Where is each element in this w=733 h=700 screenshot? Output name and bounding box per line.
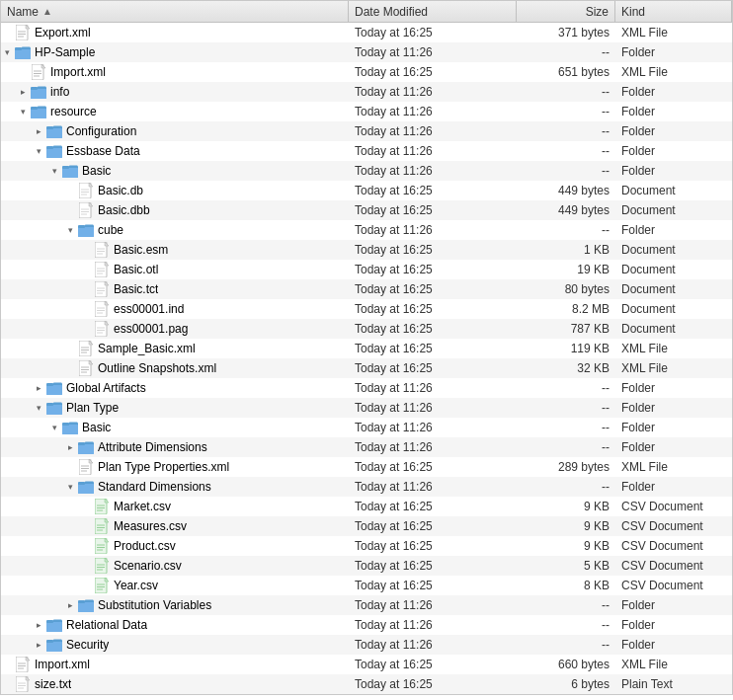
list-item[interactable]: Basic.esmToday at 16:251 KBDocument <box>1 240 732 260</box>
file-date-cell: Today at 11:26 <box>349 598 517 612</box>
list-item[interactable]: Basic.tctToday at 16:2580 bytesDocument <box>1 279 732 299</box>
folder-icon <box>46 637 62 653</box>
svg-rect-27 <box>46 126 53 129</box>
svg-rect-97 <box>62 425 78 434</box>
expand-toggle[interactable]: ▸ <box>64 441 76 453</box>
file-kind-cell: Folder <box>615 401 732 415</box>
list-item[interactable]: Product.csvToday at 16:259 KBCSV Documen… <box>1 536 732 556</box>
file-size-cell: 449 bytes <box>517 184 615 197</box>
name-header-label: Name <box>7 5 39 19</box>
no-toggle <box>80 560 92 572</box>
list-item[interactable]: ▾ Essbase DataToday at 11:26--Folder <box>1 141 732 161</box>
kind-column-header[interactable]: Kind <box>615 1 732 22</box>
file-name-cell: Export.xml <box>1 25 349 40</box>
file-name-cell: ▸ Relational Data <box>1 617 349 633</box>
expand-toggle[interactable]: ▸ <box>33 639 44 651</box>
expand-toggle[interactable]: ▸ <box>17 86 29 98</box>
svg-rect-148 <box>46 642 62 652</box>
list-item[interactable]: size.txtToday at 16:256 bytesPlain Text <box>1 674 732 694</box>
list-item[interactable]: Import.xmlToday at 16:25651 bytesXML Fil… <box>1 62 732 82</box>
collapse-toggle[interactable]: ▾ <box>64 481 76 493</box>
date-column-header[interactable]: Date Modified <box>349 1 517 22</box>
file-size-cell: -- <box>517 381 615 395</box>
file-size-cell: 119 KB <box>517 342 615 355</box>
file-kind-cell: Folder <box>615 421 732 434</box>
list-item[interactable]: ▾ Standard DimensionsToday at 11:26--Fol… <box>1 477 732 497</box>
list-item[interactable]: Export.xmlToday at 16:25371 bytesXML Fil… <box>1 23 732 42</box>
collapse-toggle[interactable]: ▾ <box>64 224 76 236</box>
collapse-toggle[interactable]: ▾ <box>48 422 60 433</box>
list-item[interactable]: ▾ BasicToday at 11:26--Folder <box>1 418 732 437</box>
file-kind-cell: Folder <box>615 105 732 118</box>
file-name-cell: ▾ resource <box>1 104 349 119</box>
file-size-cell: -- <box>517 401 615 415</box>
svg-rect-31 <box>46 146 53 149</box>
expand-toggle[interactable]: ▸ <box>33 125 44 137</box>
folder-icon <box>78 479 94 495</box>
svg-rect-144 <box>46 622 62 632</box>
list-item[interactable]: ▸ Global ArtifactsToday at 11:26--Folder <box>1 378 732 398</box>
file-kind-cell: XML File <box>615 26 732 39</box>
expand-toggle[interactable]: ▸ <box>33 619 44 631</box>
list-item[interactable]: ▸ infoToday at 11:26--Folder <box>1 82 732 102</box>
list-item[interactable]: ▾ Plan TypeToday at 11:26--Folder <box>1 398 732 418</box>
list-item[interactable]: Basic.dbToday at 16:25449 bytesDocument <box>1 181 732 200</box>
collapse-toggle[interactable]: ▾ <box>33 145 44 157</box>
kind-header-label: Kind <box>621 5 645 19</box>
file-kind-cell: Folder <box>615 164 732 178</box>
file-name-text: Global Artifacts <box>66 381 146 395</box>
list-item[interactable]: Basic.dbbToday at 16:25449 bytesDocument <box>1 200 732 220</box>
file-size-cell: -- <box>517 124 615 138</box>
list-item[interactable]: ▸ Attribute DimensionsToday at 11:26--Fo… <box>1 437 732 457</box>
list-item[interactable]: ess00001.pagToday at 16:25787 KBDocument <box>1 319 732 339</box>
list-item[interactable]: Market.csvToday at 16:259 KBCSV Document <box>1 497 732 516</box>
list-item[interactable]: Import.xmlToday at 16:25660 bytesXML Fil… <box>1 655 732 674</box>
no-toggle <box>64 362 76 374</box>
collapse-toggle[interactable]: ▾ <box>48 165 60 177</box>
file-date-cell: Today at 16:25 <box>349 203 517 217</box>
list-item[interactable]: ▾ HP-SampleToday at 11:26--Folder <box>1 42 732 62</box>
no-toggle <box>80 540 92 552</box>
file-name-cell: ▸ Global Artifacts <box>1 380 349 396</box>
svg-rect-98 <box>62 423 69 426</box>
file-size-cell: -- <box>517 164 615 178</box>
list-item[interactable]: ▸ Relational DataToday at 11:26--Folder <box>1 615 732 635</box>
collapse-toggle[interactable]: ▾ <box>1 46 13 58</box>
file-name-text: Import.xml <box>50 65 106 79</box>
file-date-cell: Today at 16:25 <box>349 322 517 336</box>
list-item[interactable]: Sample_Basic.xmlToday at 16:25119 KBXML … <box>1 339 732 358</box>
collapse-toggle[interactable]: ▾ <box>17 106 29 117</box>
list-item[interactable]: Year.csvToday at 16:258 KBCSV Document <box>1 576 732 595</box>
list-item[interactable]: Scenario.csvToday at 16:255 KBCSV Docume… <box>1 556 732 576</box>
file-name-text: Attribute Dimensions <box>98 440 207 454</box>
list-item[interactable]: Plan Type Properties.xmlToday at 16:2528… <box>1 457 732 477</box>
list-item[interactable]: ▾ cubeToday at 11:26--Folder <box>1 220 732 240</box>
file-name-cell: ▾ Standard Dimensions <box>1 479 349 495</box>
list-item[interactable]: ▸ ConfigurationToday at 11:26--Folder <box>1 121 732 141</box>
list-item[interactable]: Basic.otlToday at 16:2519 KBDocument <box>1 260 732 279</box>
expand-toggle[interactable]: ▸ <box>33 382 44 394</box>
list-item[interactable]: ▸ Substitution VariablesToday at 11:26--… <box>1 595 732 615</box>
file-name-cell: Outline Snapshots.xml <box>1 360 349 376</box>
list-item[interactable]: ess00001.indToday at 16:258.2 MBDocument <box>1 299 732 319</box>
list-item[interactable]: ▾ BasicToday at 11:26--Folder <box>1 161 732 181</box>
list-item[interactable]: Outline Snapshots.xmlToday at 16:2532 KB… <box>1 358 732 378</box>
date-header-label: Date Modified <box>355 5 428 19</box>
list-item[interactable]: Measures.csvToday at 16:259 KBCSV Docume… <box>1 516 732 536</box>
name-column-header[interactable]: Name ▲ <box>1 1 349 22</box>
file-name-cell: size.txt <box>1 676 349 692</box>
file-name-text: cube <box>98 223 123 237</box>
size-header-label: Size <box>586 5 609 19</box>
expand-toggle[interactable]: ▸ <box>64 599 76 611</box>
file-name-text: Year.csv <box>114 579 158 592</box>
svg-rect-89 <box>46 385 62 395</box>
list-item[interactable]: ▾ resourceToday at 11:26--Folder <box>1 102 732 121</box>
file-name-cell: Sample_Basic.xml <box>1 341 349 356</box>
list-item[interactable]: ▸ SecurityToday at 11:26--Folder <box>1 635 732 655</box>
size-column-header[interactable]: Size <box>517 1 615 22</box>
file-date-cell: Today at 11:26 <box>349 85 517 99</box>
file-date-cell: Today at 11:26 <box>349 144 517 158</box>
collapse-toggle[interactable]: ▾ <box>33 402 44 414</box>
file-name-cell: Scenario.csv <box>1 558 349 574</box>
file-name-cell: ▸ Attribute Dimensions <box>1 439 349 455</box>
